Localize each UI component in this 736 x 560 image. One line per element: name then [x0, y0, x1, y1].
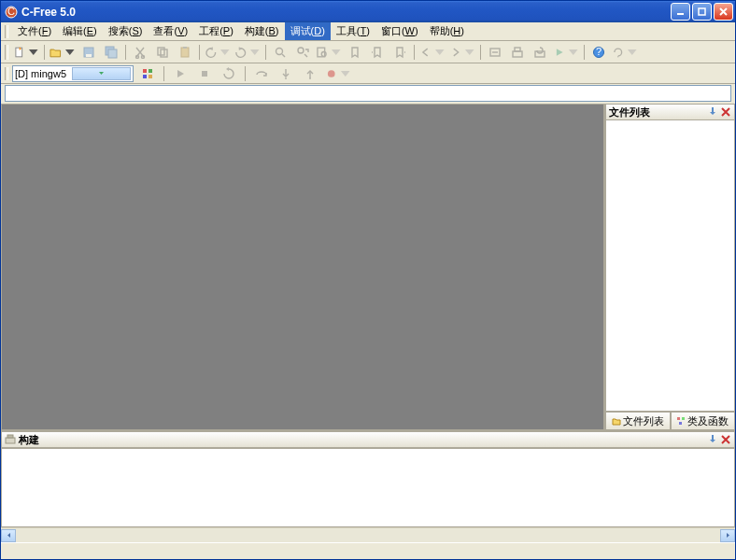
svg-rect-36 — [682, 417, 685, 420]
class-icon — [676, 416, 686, 426]
menu-window[interactable]: 窗口(W) — [375, 22, 424, 40]
save-button[interactable] — [78, 43, 99, 62]
compile-button[interactable] — [485, 43, 505, 62]
file-list-body[interactable] — [605, 120, 735, 412]
replace-button[interactable] — [292, 43, 313, 62]
menu-file[interactable]: 文件(F) — [12, 22, 57, 40]
address-bar[interactable] — [5, 85, 731, 102]
svg-rect-8 — [108, 49, 117, 58]
build-button[interactable] — [507, 43, 528, 62]
right-panel: 文件列表 文件列表 类及函数 — [604, 104, 735, 430]
toolbar-grip — [5, 45, 8, 60]
svg-rect-23 — [535, 51, 545, 57]
svg-rect-27 — [143, 69, 147, 73]
step-into-button[interactable] — [276, 64, 296, 83]
svg-rect-35 — [677, 417, 680, 420]
svg-point-15 — [276, 48, 283, 54]
output-body[interactable] — [1, 448, 735, 527]
output-panel: 构建 — [1, 430, 735, 542]
horizontal-scrollbar[interactable] — [1, 527, 735, 542]
copy-button[interactable] — [152, 43, 173, 62]
menu-debug[interactable]: 调试(D) — [285, 22, 331, 40]
help-button[interactable]: ? — [588, 43, 609, 62]
editor-area[interactable] — [1, 104, 604, 430]
undo-button[interactable] — [204, 43, 232, 62]
maximize-button[interactable] — [692, 3, 712, 21]
redo-button[interactable] — [234, 43, 262, 62]
scroll-left-button[interactable] — [1, 529, 16, 542]
rebuild-button[interactable] — [530, 43, 550, 62]
nav-forward-button[interactable] — [448, 43, 476, 62]
toolbar-separator — [125, 45, 126, 60]
menu-help[interactable]: 帮助(H) — [424, 22, 470, 40]
bookmark-next-button[interactable] — [389, 43, 410, 62]
svg-point-32 — [285, 77, 287, 79]
title-bar: C C-Free 5.0 — [1, 1, 735, 22]
output-panel-title: 构建 — [19, 433, 39, 447]
svg-rect-31 — [202, 71, 207, 77]
workspace: 文件列表 文件列表 类及函数 — [1, 104, 735, 430]
svg-rect-29 — [143, 75, 147, 78]
paste-button[interactable] — [175, 43, 195, 62]
breakpoint-button[interactable] — [324, 64, 352, 83]
find-in-files-button[interactable] — [315, 43, 343, 62]
toolbar-separator — [163, 66, 164, 81]
menu-search[interactable]: 搜索(S) — [103, 22, 149, 40]
main-toolbar: ? — [1, 41, 735, 63]
tab-file-list-label: 文件列表 — [623, 414, 664, 428]
menu-project[interactable]: 工程(P) — [193, 22, 239, 40]
svg-text:C: C — [7, 6, 15, 17]
menu-view[interactable]: 查看(V) — [148, 22, 193, 40]
toolbar-separator — [414, 45, 415, 60]
file-list-panel-header: 文件列表 — [605, 104, 735, 120]
build-config-value: [D] mingw5 — [15, 68, 72, 79]
close-button[interactable] — [714, 3, 733, 21]
tab-classes-label: 类及函数 — [687, 414, 729, 428]
svg-point-34 — [328, 70, 335, 77]
folder-icon — [612, 416, 621, 426]
svg-point-10 — [142, 55, 145, 58]
minimize-button[interactable] — [671, 3, 690, 21]
toolbar-separator — [199, 45, 200, 60]
svg-rect-14 — [183, 47, 187, 49]
bookmark-button[interactable] — [345, 43, 365, 62]
toolbar-separator — [584, 45, 585, 60]
svg-point-9 — [136, 55, 139, 58]
output-panel-header: 构建 — [1, 431, 735, 448]
app-icon: C — [5, 6, 18, 19]
svg-rect-4 — [16, 48, 22, 57]
debug-start-button[interactable] — [170, 64, 191, 83]
pin-icon[interactable] — [707, 106, 718, 118]
menu-build[interactable]: 构建(B) — [239, 22, 285, 40]
save-all-button[interactable] — [101, 43, 121, 62]
debug-restart-button[interactable] — [219, 64, 239, 83]
svg-rect-21 — [513, 51, 522, 57]
scroll-right-button[interactable] — [720, 529, 735, 542]
tab-file-list[interactable]: 文件列表 — [605, 412, 671, 430]
close-panel-icon[interactable] — [720, 106, 731, 118]
bookmark-prev-button[interactable] — [367, 43, 388, 62]
debug-stop-button[interactable] — [194, 64, 215, 83]
close-panel-icon[interactable] — [720, 434, 731, 445]
step-out-button[interactable] — [300, 64, 320, 83]
menu-tools[interactable]: 工具(T) — [331, 22, 375, 40]
step-over-button[interactable] — [251, 64, 272, 83]
toolbar-separator — [265, 45, 266, 60]
config-settings-button[interactable] — [137, 64, 158, 83]
menu-edit[interactable]: 编辑(E) — [57, 22, 103, 40]
svg-rect-38 — [6, 438, 15, 443]
tab-classes[interactable]: 类及函数 — [671, 412, 736, 430]
pin-icon[interactable] — [707, 434, 718, 445]
build-config-select[interactable]: [D] mingw5 — [12, 65, 134, 82]
svg-rect-6 — [86, 54, 92, 57]
svg-rect-28 — [149, 69, 152, 73]
help-context-button[interactable] — [611, 43, 639, 62]
find-button[interactable] — [270, 43, 290, 62]
nav-back-button[interactable] — [418, 43, 446, 62]
window-title: C-Free 5.0 — [21, 6, 671, 19]
open-file-button[interactable] — [49, 43, 77, 62]
run-button[interactable] — [552, 43, 580, 62]
cut-button[interactable] — [130, 43, 150, 62]
svg-rect-37 — [679, 422, 682, 425]
new-file-button[interactable] — [12, 43, 40, 62]
